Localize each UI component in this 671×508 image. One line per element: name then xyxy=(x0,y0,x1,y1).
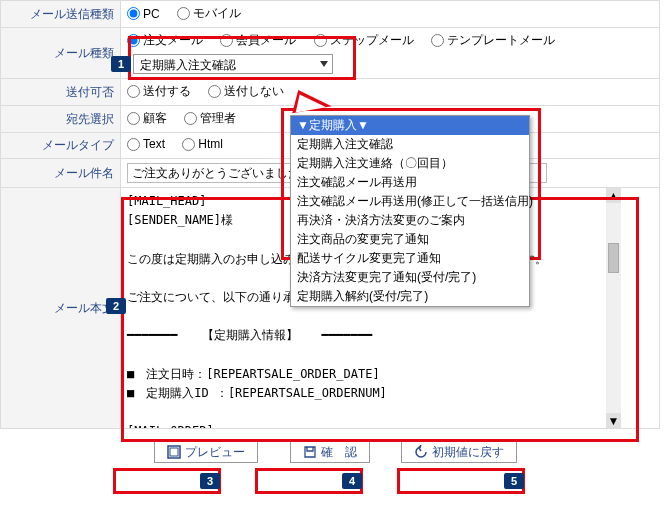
scroll-down-icon[interactable]: ▼ xyxy=(606,413,621,428)
radio-order-mail[interactable]: 注文メール xyxy=(127,32,203,49)
radio-mobile[interactable]: モバイル xyxy=(177,5,241,22)
scrollbar[interactable]: ▲ ▼ xyxy=(606,188,621,428)
reset-icon xyxy=(414,445,428,459)
menu-item-8[interactable]: 決済方法変更完了通知(受付/完了) xyxy=(291,268,529,287)
callout-3: 3 xyxy=(200,473,220,489)
radio-template-mail[interactable]: テンプレートメール xyxy=(431,32,555,49)
radio-text[interactable]: Text xyxy=(127,137,165,151)
callout-2: 2 xyxy=(106,298,126,314)
callout-1: 1 xyxy=(111,56,131,72)
radio-member-mail[interactable]: 会員メール xyxy=(220,32,296,49)
label-mail-type: メール種類 xyxy=(1,28,121,79)
callout-4: 4 xyxy=(342,473,362,489)
chevron-down-icon xyxy=(320,61,328,67)
field-mail-type: 注文メール 会員メール ステップメール テンプレートメール 定期購入注文確認 xyxy=(121,28,660,79)
scroll-up-icon[interactable]: ▲ xyxy=(606,188,621,203)
dropdown-value: 定期購入注文確認 xyxy=(140,58,236,72)
label-subject: メール件名 xyxy=(1,159,121,188)
svg-rect-1 xyxy=(170,448,178,456)
label-can-send: 送付可否 xyxy=(1,79,121,106)
label-mail-format: メールタイプ xyxy=(1,133,121,159)
menu-item-2[interactable]: 定期購入注文連絡（〇回目） xyxy=(291,154,529,173)
label-addressee: 宛先選択 xyxy=(1,106,121,133)
label-send-type: メール送信種類 xyxy=(1,1,121,28)
save-icon xyxy=(303,445,317,459)
menu-item-4[interactable]: 注文確認メール再送用(修正して一括送信用) xyxy=(291,192,529,211)
menu-item-0[interactable]: ▼定期購入▼ xyxy=(291,116,529,135)
radio-send-yes[interactable]: 送付する xyxy=(127,83,191,100)
field-send-type: PC モバイル xyxy=(121,1,660,28)
callout-5: 5 xyxy=(504,473,524,489)
radio-pc[interactable]: PC xyxy=(127,7,160,21)
label-body: メール本文 xyxy=(1,188,121,429)
radio-send-no[interactable]: 送付しない xyxy=(208,83,284,100)
radio-html[interactable]: Html xyxy=(182,137,223,151)
menu-item-1[interactable]: 定期購入注文確認 xyxy=(291,135,529,154)
radio-step-mail[interactable]: ステップメール xyxy=(314,32,414,49)
radio-customer[interactable]: 顧客 xyxy=(127,110,167,127)
reset-button[interactable]: 初期値に戻す xyxy=(401,441,517,463)
scroll-thumb[interactable] xyxy=(608,243,619,273)
mail-type-dropdown-menu[interactable]: ▼定期購入▼ 定期購入注文確認 定期購入注文連絡（〇回目） 注文確認メール再送用… xyxy=(290,115,530,307)
menu-item-7[interactable]: 配送サイクル変更完了通知 xyxy=(291,249,529,268)
preview-button[interactable]: プレビュー xyxy=(154,441,258,463)
preview-icon xyxy=(167,445,181,459)
menu-item-5[interactable]: 再決済・決済方法変更のご案内 xyxy=(291,211,529,230)
menu-item-3[interactable]: 注文確認メール再送用 xyxy=(291,173,529,192)
button-row: プレビュー 確 認 初期値に戻す xyxy=(0,441,671,463)
field-can-send: 送付する 送付しない xyxy=(121,79,660,106)
mail-type-dropdown[interactable]: 定期購入注文確認 xyxy=(133,54,333,74)
menu-item-6[interactable]: 注文商品の変更完了通知 xyxy=(291,230,529,249)
confirm-button[interactable]: 確 認 xyxy=(290,441,370,463)
scroll-track[interactable] xyxy=(606,203,621,413)
radio-admin[interactable]: 管理者 xyxy=(184,110,236,127)
menu-item-9[interactable]: 定期購入解約(受付/完了) xyxy=(291,287,529,306)
